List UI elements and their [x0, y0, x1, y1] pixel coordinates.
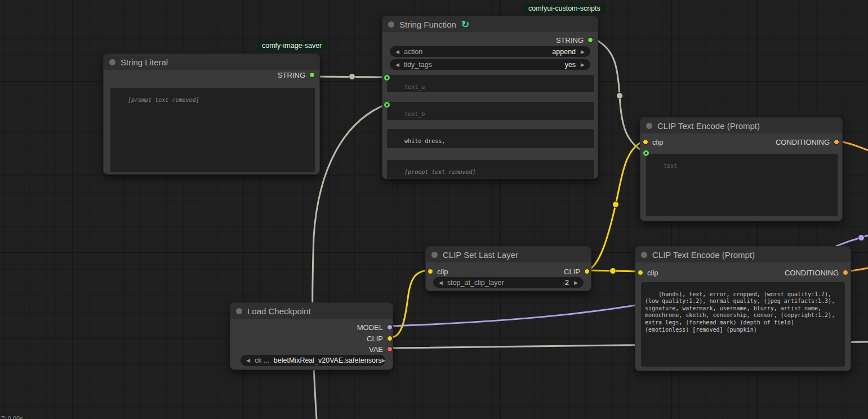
slot-label: CLIP: [564, 268, 580, 276]
node-title: CLIP Set Last Layer: [443, 250, 518, 260]
node-titlebar[interactable]: CLIP Set Last Layer: [426, 247, 591, 262]
widget-label: tidy_tags: [404, 61, 560, 69]
clip-input-dot[interactable]: [643, 139, 648, 145]
clip-output-dot[interactable]: [387, 336, 393, 341]
text-c-value: white dress,: [404, 138, 445, 144]
output-slot-string[interactable]: STRING: [556, 37, 593, 43]
widget-label: action: [404, 48, 547, 56]
widget-action[interactable]: ◀ action append ▶: [390, 46, 590, 57]
vae-output-dot[interactable]: [387, 346, 393, 352]
node-title: CLIP Text Encode (Prompt): [652, 250, 755, 260]
node-title: String Literal: [121, 57, 168, 67]
widget-label-ellipsis: ...: [263, 356, 269, 364]
clip-input-dot[interactable]: [428, 269, 433, 274]
slot-label: MODEL: [357, 323, 383, 332]
widget-label: stop_at_clip_layer: [447, 279, 558, 287]
collapse-dot-icon[interactable]: [641, 252, 647, 258]
widget-left-arrow-icon[interactable]: ◀: [395, 62, 399, 68]
node-source-badge: comfy-image-saver: [257, 41, 327, 51]
widget-value: -2: [563, 279, 569, 287]
node-titlebar[interactable]: String Literal: [104, 54, 319, 70]
widget-stop-at-clip-layer[interactable]: ◀ stop_at_clip_layer -2 ▶: [433, 277, 584, 288]
collapse-dot-icon[interactable]: [388, 21, 394, 28]
node-clip-text-encode-negative[interactable]: CLIP Text Encode (Prompt) clip CONDITION…: [635, 246, 851, 371]
output-slot-model[interactable]: MODEL: [357, 324, 393, 331]
result-preview-area[interactable]: [prompt text removed]: [387, 160, 594, 179]
model-output-dot[interactable]: [387, 324, 393, 330]
output-slot-clip[interactable]: CLIP: [367, 335, 393, 342]
conditioning-output-dot[interactable]: [834, 139, 839, 145]
node-string-literal[interactable]: String Literal STRING [prompt text remov…: [103, 54, 320, 175]
output-slot-conditioning[interactable]: CONDITIONING: [776, 139, 839, 145]
input-slot-clip[interactable]: clip: [643, 139, 664, 145]
clip-output-dot[interactable]: [584, 269, 590, 274]
text-a-placeholder: text_a: [404, 84, 425, 90]
text-b-area[interactable]: text_b: [387, 102, 594, 120]
string-literal-text-area[interactable]: [prompt text removed]: [110, 88, 315, 172]
collapse-dot-icon[interactable]: [646, 123, 652, 129]
conditioning-output-dot[interactable]: [843, 270, 848, 275]
node-clip-text-encode-positive[interactable]: CLIP Text Encode (Prompt) clip CONDITION…: [640, 117, 843, 221]
slot-label: VAE: [369, 345, 383, 354]
wire-offscreen-to-text-b: [313, 104, 386, 419]
slot-label: STRING: [556, 36, 584, 44]
node-titlebar[interactable]: Load Checkpoint: [230, 303, 393, 319]
widget-left-arrow-icon[interactable]: ◀: [395, 49, 399, 55]
output-slot-clip[interactable]: CLIP: [564, 268, 590, 275]
slot-label: CONDITIONING: [776, 138, 830, 146]
node-titlebar[interactable]: CLIP Text Encode (Prompt): [640, 118, 842, 133]
link-midpoint-dot: [858, 235, 865, 241]
text-a-input-dot[interactable]: [384, 75, 390, 81]
output-slot-string[interactable]: STRING: [278, 72, 315, 78]
text-a-area[interactable]: text_a: [387, 75, 594, 92]
widget-right-arrow-icon[interactable]: ▶: [574, 280, 578, 286]
negative-prompt-text-area[interactable]: (hands), text, error, cropped, (worst qu…: [641, 282, 845, 367]
collapse-dot-icon[interactable]: [431, 252, 438, 258]
negative-prompt-text: (hands), text, error, cropped, (worst qu…: [645, 291, 838, 333]
widget-ckpt-name[interactable]: ◀ ck ... beletMixReal_v20VAE.safetensors…: [241, 355, 385, 366]
widget-left-arrow-icon[interactable]: ◀: [246, 358, 250, 363]
link-midpoint-dot: [349, 74, 355, 80]
node-titlebar[interactable]: String Function ↻: [382, 16, 598, 32]
string-output-dot[interactable]: [587, 37, 593, 43]
link-midpoint-dot: [617, 93, 623, 99]
widget-tidy-tags[interactable]: ◀ tidy_tags yes ▶: [390, 59, 590, 70]
node-source-badge: comfyui-custom-scripts: [523, 3, 606, 14]
output-slot-conditioning[interactable]: CONDITIONING: [785, 269, 848, 276]
node-clip-set-last-layer[interactable]: CLIP Set Last Layer clip CLIP ◀ stop_at_…: [425, 246, 591, 291]
text-c-area[interactable]: white dress,: [387, 129, 594, 148]
wire-checkpoint-clip-to-setlastlayer: [391, 270, 430, 337]
clip-input-dot[interactable]: [638, 270, 643, 275]
slot-label: clip: [437, 268, 448, 276]
node-title: CLIP Text Encode (Prompt): [657, 121, 760, 131]
widget-right-arrow-icon[interactable]: ▶: [581, 62, 585, 68]
text-input-dot[interactable]: [643, 150, 649, 156]
pysssss-swirl-icon: ↻: [461, 20, 469, 29]
input-slot-clip[interactable]: clip: [428, 268, 448, 275]
widget-left-arrow-icon[interactable]: ◀: [439, 280, 443, 286]
slot-label: clip: [652, 138, 664, 146]
widget-value: append: [552, 48, 576, 56]
node-load-checkpoint[interactable]: Load Checkpoint MODEL CLIP VAE ◀ ck ... …: [230, 302, 393, 370]
node-title: String Function: [399, 20, 456, 29]
string-output-dot[interactable]: [309, 72, 315, 78]
input-slot-clip[interactable]: clip: [638, 269, 658, 276]
widget-right-arrow-icon[interactable]: ▶: [381, 358, 385, 363]
prompt-text-area[interactable]: text: [646, 154, 838, 216]
node-titlebar[interactable]: CLIP Text Encode (Prompt): [635, 247, 851, 262]
collapse-dot-icon[interactable]: [236, 308, 242, 314]
slot-label: CONDITIONING: [785, 269, 839, 277]
output-slot-vae[interactable]: VAE: [369, 346, 393, 353]
link-midpoint-dot: [610, 268, 616, 274]
widget-right-arrow-icon[interactable]: ▶: [581, 49, 585, 55]
redacted-prompt-text: [prompt text removed]: [128, 97, 199, 103]
widget-value: beletMixReal_v20VAE.safetensors: [274, 356, 382, 364]
slot-label: CLIP: [367, 335, 383, 343]
node-string-function[interactable]: String Function ↻ STRING ◀ action append…: [382, 16, 598, 179]
slot-label: STRING: [278, 71, 305, 79]
redacted-prompt-text: [prompt text removed]: [404, 169, 475, 175]
collapse-dot-icon[interactable]: [109, 59, 115, 65]
timer-status-text: T: 0.00s: [1, 415, 23, 419]
widget-label: ck: [255, 356, 262, 364]
text-b-input-dot[interactable]: [384, 102, 390, 108]
